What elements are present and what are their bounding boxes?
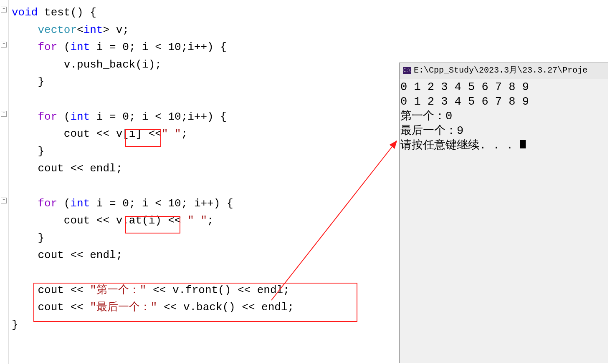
code-line: } <box>12 75 44 88</box>
code-line: cout << v[i] <<" "; <box>12 128 187 140</box>
output-line: 最后一个：9 <box>400 125 463 137</box>
code-line: cout << endl; <box>12 249 122 261</box>
console-title-text: E:\Cpp_Study\2023.3月\23.3.27\Proje <box>414 63 587 78</box>
cursor-icon <box>520 140 526 148</box>
code-line: } <box>12 232 44 244</box>
code-line: for (int i = 0; i < 10;i++) { <box>12 41 227 53</box>
console-output: 0 1 2 3 4 5 6 7 8 9 0 1 2 3 4 5 6 7 8 9 … <box>400 78 608 155</box>
output-line: 0 1 2 3 4 5 6 7 8 9 <box>400 95 529 108</box>
output-line: 第一个：0 <box>400 110 452 123</box>
code-line: for (int i = 0; i < 10;i++) { <box>12 110 227 123</box>
code-line: cout << v.at(i) << " "; <box>12 214 214 227</box>
code-line: void test() { <box>12 6 96 19</box>
code-line: for (int i = 0; i < 10; i++) { <box>12 197 233 210</box>
code-line: } <box>12 319 18 331</box>
console-app-icon: C:\ <box>403 67 411 74</box>
code-line: v.push_back(i); <box>12 58 162 71</box>
console-window: C:\ E:\Cpp_Study\2023.3月\23.3.27\Proje 0… <box>399 63 608 363</box>
code-line: cout << endl; <box>12 162 122 175</box>
console-titlebar: C:\ E:\Cpp_Study\2023.3月\23.3.27\Proje <box>400 63 608 78</box>
code-editor[interactable]: void test() { vector<int> v; for (int i … <box>0 0 401 354</box>
code-line: } <box>12 145 44 158</box>
code-line: cout << "第一个：" << v.front() << endl; <box>12 284 290 296</box>
output-line: 请按任意键继续. . . <box>400 139 520 152</box>
code-line: vector<int> v; <box>12 24 129 36</box>
code-line: cout << "最后一个：" << v.back() << endl; <box>12 301 294 314</box>
output-line: 0 1 2 3 4 5 6 7 8 9 <box>400 81 529 93</box>
